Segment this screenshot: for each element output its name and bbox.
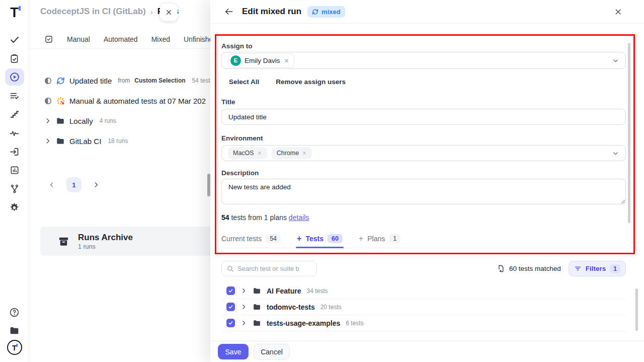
description-textarea[interactable]: New tests are added (221, 179, 626, 204)
search-box (221, 261, 317, 276)
assign-to-select[interactable]: E Emily Davis (221, 52, 626, 69)
chevron-right-icon[interactable] (44, 117, 51, 124)
archive-meta: 1 runs (78, 243, 133, 250)
suite-name[interactable]: AI Feature (267, 287, 301, 295)
form-scrollbar-thumb[interactable] (628, 43, 630, 223)
list-scrollbar-thumb[interactable] (635, 288, 638, 331)
filter-icon (574, 265, 582, 272)
archive-box-icon (58, 236, 69, 247)
sidebar-item-results[interactable] (5, 87, 24, 104)
cancel-button[interactable]: Cancel (254, 344, 290, 359)
runs-page: CodeceptJS in CI (GitLab) › Runs Manual … (29, 0, 216, 362)
chevron-right-icon[interactable] (240, 287, 247, 294)
run-group-meta: 4 runs (100, 117, 116, 124)
chevron-down-icon (612, 150, 619, 157)
suite-checkbox[interactable] (226, 286, 235, 295)
assignee-name: Emily Davis (245, 57, 280, 64)
assign-to-label: Assign to (221, 42, 253, 50)
suite-name[interactable]: todomvc-tests (267, 303, 315, 311)
brand-logo[interactable]: T (10, 5, 19, 20)
chevron-right-icon[interactable] (240, 320, 247, 326)
sidebar-item-steps[interactable] (5, 106, 24, 123)
run-group-meta: 18 runs (108, 137, 128, 144)
tab-automated[interactable]: Automated (104, 35, 138, 43)
gear-icon (9, 202, 20, 213)
panel-tabs: Current tests 54 + Tests 60 + Plans 1 (221, 230, 626, 248)
tab-mixed[interactable]: Mixed (151, 35, 170, 43)
panel-footer: Save Cancel (210, 341, 644, 362)
run-from-label: from (118, 77, 130, 84)
sidebar-item-activity[interactable] (5, 124, 24, 141)
filters-button[interactable]: Filters 1 (569, 261, 626, 276)
sidebar: T (0, 0, 29, 362)
sidebar-item-help[interactable] (5, 304, 24, 321)
suite-row-ai-feature: AI Feature 34 tests (221, 283, 626, 299)
suite-row-todomvc-tests: todomvc-tests 20 tests (221, 299, 626, 315)
suite-checkbox[interactable] (226, 303, 235, 311)
environment-select[interactable]: MacOS Chrome (221, 145, 626, 161)
summary-count: 54 (221, 213, 229, 222)
suite-row-tests-usage-examples: tests-usage-examples 6 tests (221, 315, 626, 331)
suite-name[interactable]: tests-usage-examples (267, 319, 340, 327)
prev-page-icon[interactable] (48, 181, 55, 188)
panel-close-icon[interactable] (612, 6, 624, 18)
tab-current-tests[interactable]: Current tests 54 (221, 230, 281, 248)
title-label: Title (221, 98, 235, 106)
env-tag-chrome: Chrome (272, 147, 312, 159)
activity-pulse-icon (9, 128, 20, 138)
chevron-right-icon[interactable] (240, 304, 247, 310)
breadcrumb-project[interactable]: CodeceptJS in CI (GitLab) (40, 7, 146, 17)
select-all-link[interactable]: Select All (229, 78, 259, 86)
remove-assign-users-link[interactable]: Remove assign users (276, 78, 346, 86)
breadcrumb-separator: › (150, 8, 153, 16)
branch-icon (10, 184, 20, 194)
edit-run-panel: Edit mixed run mixed Assign to E Emily D… (210, 0, 644, 362)
suite-checkbox[interactable] (226, 319, 235, 327)
sidebar-item-projects[interactable] (5, 322, 24, 339)
plus-icon: + (359, 234, 363, 243)
pagination: 1 (48, 176, 100, 193)
remove-assignee-icon[interactable] (284, 58, 289, 63)
chevron-down-icon (612, 57, 619, 64)
next-page-icon[interactable] (93, 181, 100, 188)
suite-meta: 20 tests (320, 304, 342, 311)
sidebar-item-reports[interactable] (5, 162, 24, 179)
page-number[interactable]: 1 (66, 177, 82, 192)
matched-tests: 60 tests matched (497, 264, 561, 273)
summary-text: tests from 1 plans (229, 213, 289, 222)
breadcrumb: CodeceptJS in CI (GitLab) › Runs (40, 7, 179, 17)
suite-meta: 6 tests (346, 320, 363, 327)
back-arrow-icon[interactable] (223, 6, 235, 18)
tab-add-tests[interactable]: + Tests 60 (297, 230, 343, 248)
details-link[interactable]: details (289, 213, 309, 222)
archive-title: Runs Archive (78, 233, 133, 243)
sidebar-item-settings[interactable] (5, 199, 24, 216)
save-button[interactable]: Save (218, 344, 249, 359)
sidebar-item-import[interactable] (5, 143, 24, 160)
tab-manual[interactable]: Manual (67, 35, 90, 43)
mixed-sync-icon (56, 77, 65, 85)
tab-add-plans[interactable]: + Plans 1 (359, 230, 400, 248)
panel-header: Edit mixed run mixed (210, 0, 644, 24)
steps-icon (10, 109, 20, 119)
environment-label: Environment (221, 134, 263, 142)
env-tag-macos: MacOS (228, 147, 267, 159)
sidebar-item-checks[interactable] (5, 31, 24, 48)
sidebar-item-branches[interactable] (5, 180, 24, 197)
current-tests-count-badge: 54 (266, 234, 281, 243)
select-runs-icon[interactable] (44, 35, 53, 44)
sidebar-item-plans[interactable] (5, 50, 24, 67)
remove-env-chrome-icon[interactable] (302, 151, 307, 156)
title-input[interactable] (221, 109, 626, 125)
runs-archive[interactable]: Runs Archive 1 runs (40, 227, 217, 256)
search-input[interactable] (237, 265, 313, 272)
workspace-avatar[interactable]: T (7, 340, 22, 355)
assignee-chip: E Emily Davis (228, 53, 294, 68)
remove-env-macos-icon[interactable] (257, 151, 262, 156)
plans-count-badge: 1 (389, 234, 400, 243)
sidebar-item-runs[interactable] (5, 68, 24, 86)
close-runs-tab-button[interactable] (160, 4, 178, 21)
chevron-right-icon[interactable] (44, 137, 51, 144)
assignee-avatar: E (230, 55, 241, 66)
folder-icon (253, 303, 261, 311)
